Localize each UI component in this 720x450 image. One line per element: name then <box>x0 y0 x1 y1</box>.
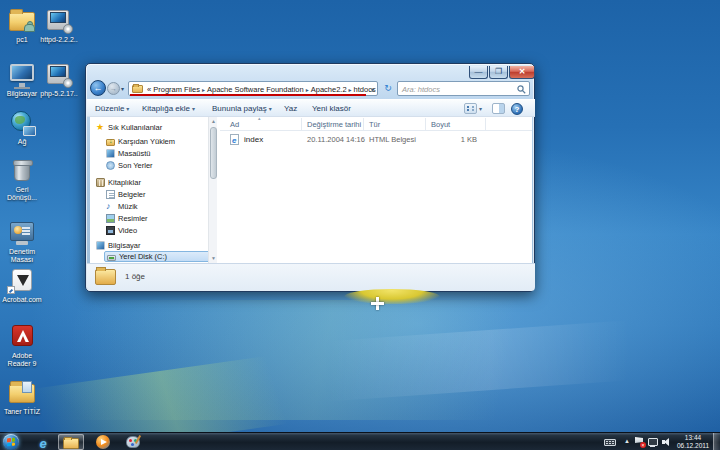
sidebar-item-label: Masaüstü <box>118 149 151 158</box>
toolbar-duzenle-button[interactable]: Düzenle▾ <box>95 104 129 113</box>
search-box[interactable]: Ara: htdocs <box>397 81 530 96</box>
toolbar-yaz-button[interactable]: Yaz <box>284 104 297 113</box>
file-size: 1 KB <box>425 135 477 144</box>
sidebar-item-label: Karşıdan Yüklem <box>118 137 175 146</box>
file-type: HTML Belgesi <box>369 135 416 144</box>
file-row-index[interactable]: e index 20.11.2004 14:16 HTML Belgesi 1 … <box>220 133 532 146</box>
breadcrumb-segment[interactable]: Apache2.2 <box>311 85 347 94</box>
chevron-down-icon: ▾ <box>479 105 482 112</box>
views-icon <box>464 103 477 114</box>
minimize-button[interactable]: — <box>469 66 488 79</box>
sidebar-item-label: Son Yerler <box>118 161 153 170</box>
sidebar-item-favorites[interactable]: ★Sık Kullanılanlar <box>96 122 162 133</box>
disk-icon <box>107 255 116 261</box>
sidebar-item-video[interactable]: Video <box>106 225 137 236</box>
toolbar-kitapliga-ekle-button[interactable]: Kitaplığa ekle▾ <box>142 104 195 113</box>
action-center-flag-icon[interactable] <box>635 437 644 447</box>
views-button[interactable]: ▾ <box>464 103 482 114</box>
breadcrumb-segment[interactable]: Apache Software Foundation <box>207 85 304 94</box>
column-divider[interactable] <box>363 118 364 130</box>
desktop-icon-label: Ağ <box>0 138 44 146</box>
music-icon: ♪ <box>106 202 115 211</box>
column-divider[interactable] <box>301 118 302 130</box>
libraries-icon <box>96 178 105 187</box>
taskbar-media-player[interactable] <box>90 434 116 450</box>
scroll-up-icon[interactable]: ▲ <box>209 117 218 126</box>
wallpaper-streak <box>258 314 720 406</box>
sidebar-item-downloads[interactable]: Karşıdan Yüklem <box>106 136 175 147</box>
desktop-icon-adobe-reader[interactable]: Adobe Reader 9 <box>0 324 44 368</box>
sidebar-item-label: Müzik <box>118 202 138 211</box>
preview-pane-button[interactable] <box>492 103 505 114</box>
sidebar-item-computer[interactable]: Bilgisayar <box>96 240 141 251</box>
column-divider[interactable] <box>425 118 426 130</box>
wallpaper-streak <box>0 300 720 420</box>
desktop-icon-control-panel[interactable]: Denetim Masası <box>0 220 44 264</box>
column-header-size[interactable]: Boyut <box>431 120 450 129</box>
toolbar-label: Bununla paylaş <box>212 104 267 113</box>
refresh-icon[interactable]: ↻ <box>381 81 395 96</box>
desktop-icon-recycle-bin[interactable]: Geri Dönüşü... <box>0 158 44 202</box>
maximize-button[interactable]: ❐ <box>489 66 508 79</box>
breadcrumb-separator-icon[interactable]: ▸ <box>200 87 207 93</box>
status-bar: 1 öğe <box>87 263 535 291</box>
taskbar-paint[interactable] <box>120 434 146 450</box>
clock-time: 13:44 <box>674 434 712 442</box>
breadcrumb-collapsed[interactable]: « <box>147 85 151 94</box>
desktop-icon-taner-folder[interactable]: Taner TİTİZ <box>0 380 44 416</box>
breadcrumb-separator-icon[interactable]: ▸ <box>304 87 311 93</box>
clock[interactable]: 13:44 06.12.2011 <box>674 434 712 450</box>
sidebar-item-pictures[interactable]: Resimler <box>106 213 148 224</box>
adobe-reader-icon <box>7 324 37 350</box>
command-bar: Düzenle▾ Kitaplığa ekle▾ Bununla paylaş▾… <box>87 99 535 117</box>
scroll-down-icon[interactable]: ▼ <box>209 254 218 263</box>
toolbar-yeni-klasor-button[interactable]: Yeni klasör <box>312 104 351 113</box>
taskbar-internet-explorer[interactable]: e <box>30 434 56 450</box>
sidebar-item-music[interactable]: ♪Müzik <box>106 201 138 212</box>
sidebar-item-documents[interactable]: Belgeler <box>106 189 146 200</box>
sidebar-item-local-disk-c[interactable]: Yerel Disk (C:) <box>104 251 216 262</box>
ie-glyph: e <box>232 136 236 145</box>
recycle-bin-icon <box>7 158 37 184</box>
show-desktop-button[interactable] <box>713 433 720 450</box>
sidebar-item-label: Resimler <box>118 214 148 223</box>
desktop-icon-httpd-installer[interactable]: httpd-2.2.2.. <box>37 8 81 44</box>
history-dropdown-icon[interactable]: ▾ <box>121 85 124 92</box>
column-header-name[interactable]: Ad <box>230 120 239 129</box>
forward-button[interactable]: → <box>107 82 120 95</box>
sidebar-scrollbar[interactable]: ▲ ▼ <box>208 117 217 263</box>
toolbar-paylas-button[interactable]: Bununla paylaş▾ <box>212 104 272 113</box>
start-button[interactable] <box>3 434 19 450</box>
column-header-type[interactable]: Tür <box>369 120 380 129</box>
desktop-icon-network[interactable]: Ağ <box>0 110 44 146</box>
volume-icon[interactable] <box>662 438 672 446</box>
navigation-pane: ★Sık Kullanılanlar Karşıdan Yüklem Masaü… <box>90 117 220 263</box>
sidebar-item-desktop[interactable]: Masaüstü <box>106 148 151 159</box>
desktop-icon-acrobat-com[interactable]: Acrobat.com <box>0 268 44 304</box>
acrobat-shortcut-icon <box>7 268 37 294</box>
desktop-icon-php-installer[interactable]: php-5.2.17.. <box>37 62 81 98</box>
highlight-glow <box>344 289 440 304</box>
back-button[interactable]: ← <box>90 80 106 96</box>
close-button[interactable]: ✕ <box>509 66 535 79</box>
sidebar-item-recent-places[interactable]: Son Yerler <box>106 160 153 171</box>
item-count: 1 öğe <box>125 272 145 281</box>
column-divider[interactable] <box>485 118 486 130</box>
sidebar-item-libraries[interactable]: Kitaplıklar <box>96 177 141 188</box>
explorer-window: — ❐ ✕ ← → ▾ « Program Files▸Apache Softw… <box>85 63 535 292</box>
show-hidden-icons-chevron[interactable]: ▲ <box>624 438 630 444</box>
help-button[interactable]: ? <box>511 103 523 115</box>
file-name: index <box>244 135 263 144</box>
breadcrumb-separator-icon[interactable]: ▸ <box>347 87 354 93</box>
breadcrumb: « Program Files▸Apache Software Foundati… <box>147 85 376 94</box>
toolbar-label: Yaz <box>284 104 297 113</box>
sidebar-item-label: Kitaplıklar <box>108 178 141 187</box>
address-dropdown-icon[interactable]: ▾ <box>371 86 374 93</box>
breadcrumb-segment[interactable]: Program Files <box>153 85 200 94</box>
column-header-modified[interactable]: Değiştirme tarihi <box>307 120 361 129</box>
input-language-icon[interactable] <box>604 439 616 446</box>
taskbar: e ▲ 13:44 06.12.2011 <box>0 432 720 450</box>
scrollbar-thumb[interactable] <box>210 127 217 179</box>
taskbar-explorer-active[interactable] <box>58 434 84 450</box>
network-tray-icon[interactable] <box>648 438 658 446</box>
